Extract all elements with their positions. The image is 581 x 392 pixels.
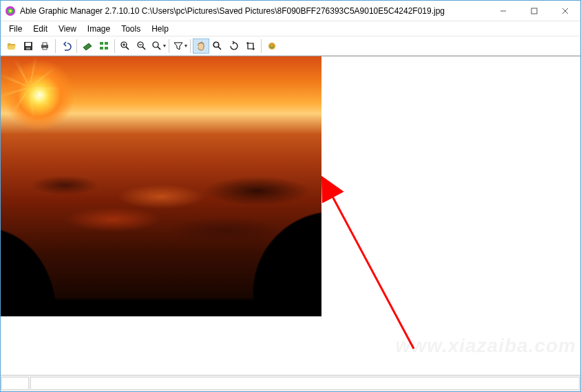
folder-tree-icon[interactable] <box>96 39 112 54</box>
svg-line-31 <box>331 194 414 349</box>
menu-help[interactable]: Help <box>146 23 174 35</box>
image-canvas-area[interactable]: www.xiazaiba.com <box>1 56 580 375</box>
batch-process-icon[interactable] <box>264 39 280 54</box>
status-cell <box>30 377 580 390</box>
menu-view[interactable]: View <box>53 23 82 35</box>
svg-rect-8 <box>25 43 31 46</box>
menubar: File Edit View Image Tools Help <box>1 21 580 36</box>
menu-file[interactable]: File <box>3 23 28 35</box>
svg-point-24 <box>153 42 158 47</box>
hand-pan-icon[interactable] <box>193 39 209 54</box>
toolbar-separator <box>169 39 169 53</box>
minimize-button[interactable] <box>487 1 518 21</box>
svg-line-22 <box>142 47 145 50</box>
chevron-down-icon: ▾ <box>184 43 187 49</box>
filter-icon[interactable]: ▾ <box>171 39 188 54</box>
toolbar-separator <box>114 39 115 53</box>
close-button[interactable] <box>549 1 580 21</box>
svg-rect-13 <box>100 42 103 45</box>
svg-point-2 <box>9 10 12 12</box>
rotate-icon[interactable] <box>226 39 242 54</box>
zoom-in-icon[interactable] <box>117 39 134 54</box>
status-cell <box>1 377 29 390</box>
save-icon[interactable] <box>20 39 36 54</box>
svg-rect-11 <box>43 43 47 45</box>
svg-rect-12 <box>43 47 47 50</box>
open-icon[interactable] <box>3 39 20 54</box>
window-controls <box>487 1 580 21</box>
menu-tools[interactable]: Tools <box>116 23 146 35</box>
zoom-lasso-icon[interactable] <box>209 39 226 54</box>
menu-edit[interactable]: Edit <box>28 23 53 35</box>
toolbar-separator <box>261 39 262 53</box>
app-icon <box>5 6 16 17</box>
toolbar-separator <box>76 39 77 53</box>
scanner-icon[interactable] <box>79 39 96 54</box>
window-title: Able Graphic Manager 2.7.10.10 C:\Users\… <box>20 6 487 16</box>
undo-icon[interactable] <box>58 39 74 54</box>
zoom-fit-icon[interactable]: ▾ <box>150 39 167 54</box>
image-view[interactable] <box>1 56 321 316</box>
menu-image[interactable]: Image <box>82 23 116 35</box>
toolbar: ▾ ▾ <box>1 36 580 56</box>
chevron-down-icon: ▾ <box>163 43 166 49</box>
svg-rect-9 <box>26 47 30 50</box>
svg-rect-14 <box>105 42 108 45</box>
crop-icon[interactable] <box>242 39 259 54</box>
svg-rect-16 <box>105 47 108 50</box>
watermark: www.xiazaiba.com <box>396 335 576 357</box>
titlebar: Able Graphic Manager 2.7.10.10 C:\Users\… <box>1 1 580 21</box>
svg-line-25 <box>158 47 160 50</box>
svg-rect-4 <box>531 8 537 14</box>
statusbar <box>1 375 580 391</box>
svg-rect-15 <box>100 47 103 50</box>
svg-line-27 <box>218 47 221 50</box>
displayed-image <box>1 56 321 316</box>
svg-rect-28 <box>214 43 218 47</box>
toolbar-separator <box>55 39 56 53</box>
toolbar-separator <box>190 39 191 53</box>
print-icon[interactable] <box>36 39 53 54</box>
svg-line-18 <box>126 47 129 50</box>
zoom-out-icon[interactable] <box>134 39 150 54</box>
maximize-button[interactable] <box>518 1 549 21</box>
